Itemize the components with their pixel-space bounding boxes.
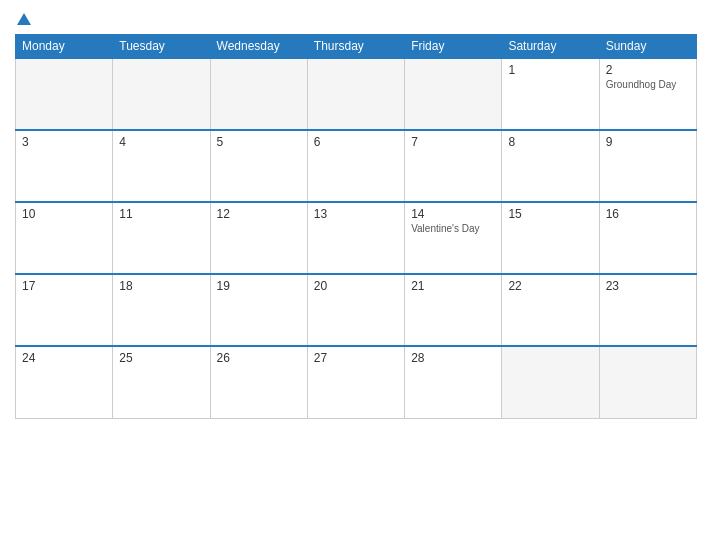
- calendar-cell: 12: [210, 202, 307, 274]
- day-number: 8: [508, 135, 592, 149]
- day-number: 24: [22, 351, 106, 365]
- calendar-row-1: 3456789: [16, 130, 697, 202]
- day-number: 6: [314, 135, 398, 149]
- calendar-cell: [210, 58, 307, 130]
- weekday-header-thursday: Thursday: [307, 35, 404, 59]
- calendar-cell: 23: [599, 274, 696, 346]
- calendar-cell: 18: [113, 274, 210, 346]
- calendar-cell: 24: [16, 346, 113, 418]
- calendar-cell: 28: [405, 346, 502, 418]
- calendar-row-2: 1011121314Valentine's Day1516: [16, 202, 697, 274]
- day-event: Valentine's Day: [411, 223, 495, 234]
- day-number: 14: [411, 207, 495, 221]
- calendar-cell: 9: [599, 130, 696, 202]
- header: [15, 10, 697, 26]
- weekday-header-row: MondayTuesdayWednesdayThursdayFridaySatu…: [16, 35, 697, 59]
- day-number: 11: [119, 207, 203, 221]
- calendar-cell: 2Groundhog Day: [599, 58, 696, 130]
- calendar-cell: 1: [502, 58, 599, 130]
- weekday-header-sunday: Sunday: [599, 35, 696, 59]
- day-number: 22: [508, 279, 592, 293]
- day-number: 3: [22, 135, 106, 149]
- calendar-cell: 26: [210, 346, 307, 418]
- weekday-header-friday: Friday: [405, 35, 502, 59]
- calendar-cell: 4: [113, 130, 210, 202]
- calendar-cell: 11: [113, 202, 210, 274]
- calendar-cell: 25: [113, 346, 210, 418]
- day-number: 2: [606, 63, 690, 77]
- day-number: 21: [411, 279, 495, 293]
- logo-line1: [15, 10, 31, 26]
- logo: [15, 10, 31, 26]
- day-number: 28: [411, 351, 495, 365]
- day-number: 5: [217, 135, 301, 149]
- day-number: 17: [22, 279, 106, 293]
- calendar-cell: 10: [16, 202, 113, 274]
- day-number: 12: [217, 207, 301, 221]
- day-number: 23: [606, 279, 690, 293]
- calendar-cell: 27: [307, 346, 404, 418]
- day-number: 19: [217, 279, 301, 293]
- calendar-cell: 3: [16, 130, 113, 202]
- calendar-row-4: 2425262728: [16, 346, 697, 418]
- calendar-cell: [599, 346, 696, 418]
- calendar-cell: 7: [405, 130, 502, 202]
- calendar-cell: [405, 58, 502, 130]
- calendar-cell: 5: [210, 130, 307, 202]
- weekday-header-saturday: Saturday: [502, 35, 599, 59]
- day-number: 4: [119, 135, 203, 149]
- day-number: 10: [22, 207, 106, 221]
- calendar-cell: [307, 58, 404, 130]
- day-number: 20: [314, 279, 398, 293]
- calendar-cell: 21: [405, 274, 502, 346]
- day-number: 16: [606, 207, 690, 221]
- logo-triangle-icon: [17, 13, 31, 25]
- day-number: 1: [508, 63, 592, 77]
- calendar-cell: 22: [502, 274, 599, 346]
- day-number: 27: [314, 351, 398, 365]
- weekday-header-tuesday: Tuesday: [113, 35, 210, 59]
- weekday-header-wednesday: Wednesday: [210, 35, 307, 59]
- calendar-cell: 13: [307, 202, 404, 274]
- calendar-cell: 14Valentine's Day: [405, 202, 502, 274]
- day-number: 7: [411, 135, 495, 149]
- day-event: Groundhog Day: [606, 79, 690, 90]
- calendar-table: MondayTuesdayWednesdayThursdayFridaySatu…: [15, 34, 697, 419]
- day-number: 15: [508, 207, 592, 221]
- day-number: 13: [314, 207, 398, 221]
- day-number: 9: [606, 135, 690, 149]
- calendar-row-3: 17181920212223: [16, 274, 697, 346]
- calendar-cell: 20: [307, 274, 404, 346]
- calendar-cell: [16, 58, 113, 130]
- calendar-cell: 15: [502, 202, 599, 274]
- calendar-cell: 19: [210, 274, 307, 346]
- day-number: 26: [217, 351, 301, 365]
- calendar-row-0: 12Groundhog Day: [16, 58, 697, 130]
- calendar-cell: 17: [16, 274, 113, 346]
- calendar-page: MondayTuesdayWednesdayThursdayFridaySatu…: [0, 0, 712, 550]
- calendar-cell: [502, 346, 599, 418]
- calendar-cell: 16: [599, 202, 696, 274]
- weekday-header-monday: Monday: [16, 35, 113, 59]
- day-number: 25: [119, 351, 203, 365]
- calendar-cell: 8: [502, 130, 599, 202]
- day-number: 18: [119, 279, 203, 293]
- calendar-cell: [113, 58, 210, 130]
- calendar-cell: 6: [307, 130, 404, 202]
